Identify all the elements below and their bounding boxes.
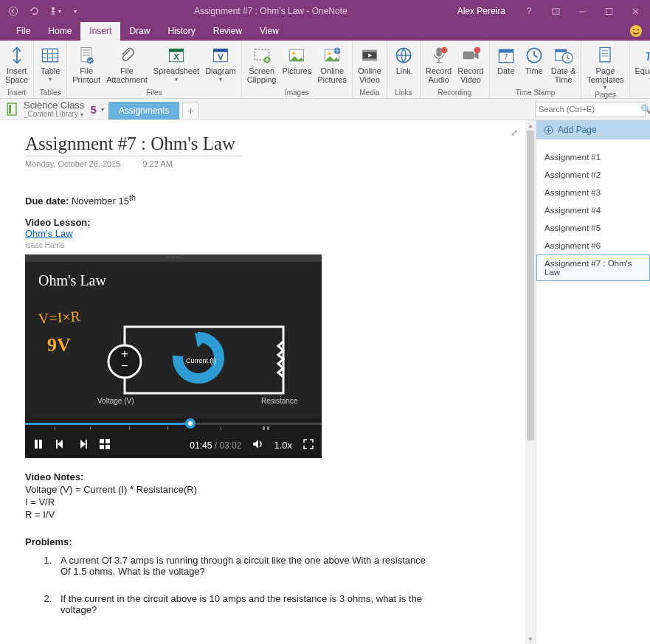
page-date: Monday, October 26, 2015 — [25, 159, 120, 168]
page-list-item[interactable]: Assignment #3 — [536, 184, 650, 201]
page-list-item[interactable]: Assignment #4 — [536, 201, 650, 219]
svg-rect-46 — [9, 105, 11, 114]
menu-file[interactable]: File — [7, 22, 39, 41]
search-icon[interactable]: 🔍 — [640, 104, 650, 114]
back-icon[interactable] — [4, 2, 22, 20]
ribbon-insert-space[interactable]: Insert Space — [2, 42, 31, 89]
video-player[interactable]: ┄┄┄ Ohm's Law V=I×R 9V + − Voltage (V) — [25, 255, 322, 458]
menu-history[interactable]: History — [159, 22, 204, 41]
add-section-button[interactable]: + — [182, 102, 198, 118]
notes-line: Voltage (V) = Current (I) * Resistance(R… — [25, 484, 505, 496]
ribbon-page-templates[interactable]: Page Templates▾ — [584, 42, 626, 91]
feedback-smiley-icon[interactable] — [628, 23, 644, 39]
search-box[interactable]: 🔍▾ — [535, 102, 646, 117]
page-list-item[interactable]: Assignment #7 : Ohm's Law — [536, 255, 650, 281]
minimize-icon[interactable] — [572, 2, 592, 20]
svg-rect-18 — [213, 49, 227, 52]
qat-customize-icon[interactable]: ▾ — [66, 2, 84, 20]
notebook-icon — [6, 102, 19, 117]
svg-rect-29 — [362, 58, 376, 60]
menu-draw[interactable]: Draw — [120, 22, 159, 41]
ribbon-file-printout[interactable]: File Printout — [69, 42, 103, 89]
ribbon-equation[interactable]: πEquation▾ — [632, 42, 651, 89]
maximize-icon[interactable] — [598, 2, 619, 20]
page-list-item[interactable]: Assignment #1 — [536, 148, 650, 166]
video-volume-button[interactable] — [252, 438, 263, 452]
notebook-picker[interactable]: Science Class _Content Library ▾ 5 ▾ — [0, 100, 104, 118]
svg-rect-61 — [106, 439, 110, 443]
window-title: Assignment #7 : Ohm's Law - OneNote — [84, 6, 457, 16]
video-link[interactable]: Ohm's Law — [25, 228, 73, 239]
video-fullscreen-button[interactable] — [302, 438, 314, 452]
video-speed[interactable]: 1.0x — [274, 440, 292, 451]
svg-text:−: − — [121, 359, 128, 372]
menu-bar: FileHomeInsertDrawHistoryReviewView — [0, 22, 650, 41]
search-input[interactable] — [539, 105, 640, 114]
ribbon-record-video[interactable]: Record Video — [454, 42, 486, 89]
notes-line: R = I/V — [25, 509, 505, 522]
page-time: 9:22 AM — [142, 159, 172, 168]
fullscreen-icon[interactable]: ⤢ — [511, 128, 518, 138]
undo-icon[interactable] — [25, 2, 43, 20]
page-list-panel: Add Page Assignment #1Assignment #2Assig… — [536, 120, 650, 644]
video-next-button[interactable] — [77, 438, 89, 452]
svg-point-7 — [637, 29, 639, 30]
svg-rect-10 — [83, 49, 91, 51]
svg-rect-56 — [35, 440, 38, 449]
page-list-item[interactable]: Assignment #2 — [536, 166, 650, 184]
close-icon[interactable] — [625, 2, 646, 20]
notebook-sync-badge: 5 — [90, 103, 96, 116]
ribbon-diagram[interactable]: VDiagram▾ — [202, 42, 239, 89]
ribbon-file-attachment[interactable]: File Attachment — [103, 42, 151, 89]
ribbon-record-audio[interactable]: Record Audio — [423, 42, 454, 89]
ribbon-link[interactable]: Link — [390, 42, 418, 89]
video-title: Ohm's Law — [38, 272, 308, 289]
page-scrollbar[interactable]: ▲ ▼ — [525, 120, 536, 644]
notebook-name: Science Class — [24, 100, 84, 110]
ribbon-date[interactable]: 7Date — [492, 42, 520, 89]
ribbon-spreadsheet[interactable]: XSpreadsheet▾ — [151, 42, 202, 89]
svg-point-25 — [328, 52, 331, 55]
ribbon-online-pictures[interactable]: Online Pictures — [314, 42, 350, 89]
help-icon[interactable]: ? — [519, 2, 539, 20]
ribbon-screen-clipping[interactable]: Screen Clipping — [244, 42, 280, 89]
svg-text:Resistance (R): Resistance (R) — [261, 397, 298, 405]
svg-rect-15 — [169, 49, 183, 52]
svg-point-0 — [9, 7, 17, 15]
add-page-button[interactable]: Add Page — [536, 120, 650, 139]
video-chapters-button[interactable] — [99, 438, 111, 452]
svg-text:X: X — [173, 52, 179, 61]
page-list-item[interactable]: Assignment #6 — [536, 237, 650, 255]
video-voltage-handwritten: 9V — [47, 334, 71, 356]
ribbon-table[interactable]: Table▾ — [36, 42, 64, 89]
svg-point-32 — [440, 47, 447, 54]
section-tab[interactable]: Assignments — [108, 102, 180, 120]
menu-home[interactable]: Home — [39, 22, 80, 41]
menu-insert[interactable]: Insert — [80, 22, 120, 41]
video-lesson-label: Video Lesson: — [25, 217, 91, 228]
ribbon-time[interactable]: Time — [520, 42, 548, 89]
svg-rect-28 — [362, 50, 376, 52]
svg-rect-8 — [43, 49, 58, 62]
video-pause-button[interactable] — [32, 438, 44, 452]
svg-text:π: π — [646, 46, 650, 63]
ribbon-display-icon[interactable] — [545, 2, 566, 20]
svg-rect-62 — [100, 445, 104, 449]
user-name[interactable]: Alex Pereira — [457, 6, 505, 16]
video-author: Isaac Harris — [25, 241, 64, 249]
video-formula: V=I×R — [38, 308, 80, 328]
ribbon-pictures[interactable]: Pictures — [279, 42, 314, 89]
video-prev-button[interactable] — [55, 438, 66, 452]
ribbon-date-time[interactable]: Date & Time — [548, 42, 579, 89]
ribbon-online-video[interactable]: Online Video — [355, 42, 384, 89]
svg-rect-40 — [555, 49, 566, 52]
page-list-item[interactable]: Assignment #5 — [536, 219, 650, 237]
svg-text:Current (I): Current (I) — [186, 357, 216, 364]
video-duration: 03:02 — [219, 440, 241, 451]
touch-mode-icon[interactable]: ▾ — [46, 2, 63, 20]
menu-review[interactable]: Review — [204, 22, 251, 41]
page-canvas[interactable]: ⤢ Assignment #7 : Ohm's Law Monday, Octo… — [0, 120, 525, 644]
video-drag-handle[interactable]: ┄┄┄ — [25, 255, 322, 262]
menu-view[interactable]: View — [251, 22, 288, 41]
page-title[interactable]: Assignment #7 : Ohm's Law — [25, 134, 505, 154]
